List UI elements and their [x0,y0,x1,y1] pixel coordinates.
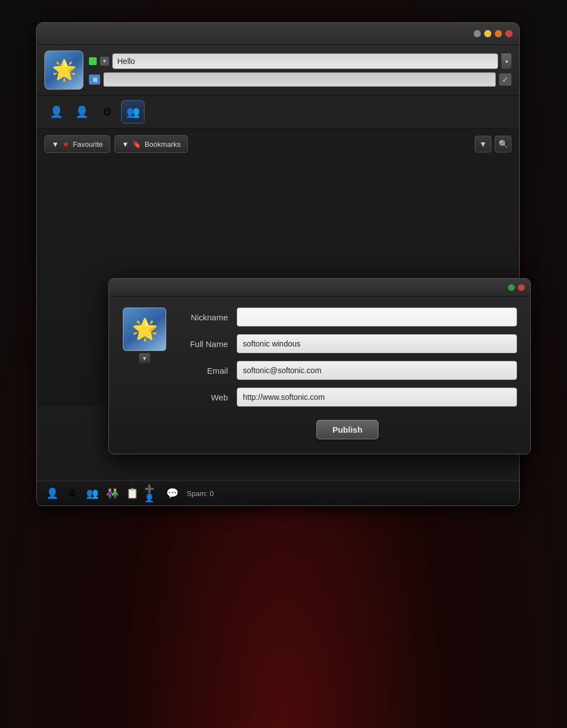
status-field-row: ▼ Hello ▾ [89,53,511,69]
bookmarks-filter-button[interactable]: ▼ 🔖 Bookmarks [115,135,188,153]
person-button[interactable]: 👤 [44,100,68,123]
person-group-button[interactable]: 👤 [70,100,93,123]
status-message-row: 🖥 ✓ [89,72,511,87]
fullname-row: Full Name softonic windous [178,334,517,353]
name-dropdown-arrow[interactable]: ▾ [501,53,511,69]
chevron-down-icon: ▼ [52,140,59,148]
user-taskbar-button[interactable]: 👤 [44,486,60,501]
settings-taskbar-icon: ⚙ [68,487,77,499]
user-avatar: 🌟 [44,51,83,90]
profile-dialog: 🌟 ▼ Nickname Full Name softonic windous [108,278,531,454]
settings-taskbar-button[interactable]: ⚙ [64,486,80,501]
filter-right: ▼ 🔍 [475,136,511,152]
user-taskbar-icon: 👤 [46,487,58,499]
toolbar: 👤 👤 ⚙ 👥 [37,96,519,128]
friends-taskbar-icon: 👫 [106,487,118,499]
bookmark-icon: 🔖 [132,140,141,148]
close-button[interactable] [505,30,513,37]
filter-dropdown-button[interactable]: ▼ [475,136,491,152]
dialog-title-bar [109,279,530,296]
profile-form: Nickname Full Name softonic windous Emai… [178,308,517,443]
web-label: Web [178,393,228,402]
favourite-filter-button[interactable]: ▼ ★ Favourite [44,135,110,153]
minimize-button[interactable] [474,30,481,37]
nickname-label: Nickname [178,313,228,322]
status-message-field[interactable] [103,72,496,87]
web-row: Web http://www.softonic.com [178,388,517,407]
email-row: Email softonic@softonic.com [178,361,517,380]
taskbar: 👤 ⚙ 👥 👫 📋 ➕👤 💬 Spam: 0 [37,481,519,506]
spam-counter: Spam: 0 [187,489,213,498]
title-bar [37,23,519,45]
top-section: 🌟 ▼ Hello ▾ 🖥 ✓ [37,45,519,96]
star-icon: ★ [62,140,69,148]
chevron-down-icon-2: ▼ [122,140,129,148]
nickname-row: Nickname [178,308,517,326]
email-label: Email [178,366,228,375]
fullname-label: Full Name [178,339,228,349]
web-input[interactable]: http://www.softonic.com [237,388,517,407]
dialog-close-button[interactable] [518,284,525,291]
check-icon[interactable]: ✓ [499,73,511,86]
dialog-avatar-section: 🌟 ▼ [122,308,167,363]
filter-left: ▼ ★ Favourite ▼ 🔖 Bookmarks [44,135,188,153]
contacts-icon: 👥 [126,105,140,118]
maximise-button[interactable] [484,30,491,37]
dialog-min-button[interactable] [508,284,515,291]
publish-row: Publish [178,414,517,443]
dropdown-icon: ▼ [479,140,487,148]
search-icon: 🔍 [499,140,508,148]
filter-row: ▼ ★ Favourite ▼ 🔖 Bookmarks ▼ 🔍 [44,135,511,153]
add-user-taskbar-button[interactable]: ➕👤 [145,486,160,501]
email-input[interactable]: softonic@softonic.com [237,361,517,380]
settings-button[interactable]: ⚙ [96,100,119,123]
restore-button[interactable] [495,30,502,37]
files-taskbar-button[interactable]: 📋 [125,486,140,501]
person-group-icon: 👤 [75,105,89,118]
dialog-avatar-icon: 🌟 [132,317,158,341]
add-user-taskbar-icon: ➕👤 [145,484,160,502]
dialog-content: 🌟 ▼ Nickname Full Name softonic windous [109,296,530,454]
computer-icon: 🖥 [89,75,100,85]
search-button[interactable]: 🔍 [495,136,511,152]
dialog-avatar-image: 🌟 [123,308,166,351]
friends-taskbar-button[interactable]: 👫 [105,486,120,501]
dialog-avatar-dropdown[interactable]: ▼ [139,353,150,363]
group-taskbar-button[interactable]: 👥 [84,486,100,501]
message-taskbar-button[interactable]: 💬 [165,486,180,501]
publish-button[interactable]: Publish [316,420,379,439]
person-icon: 👤 [49,105,63,118]
message-taskbar-icon: 💬 [166,487,178,499]
nickname-input[interactable] [237,308,517,326]
status-dropdown[interactable]: ▼ [100,57,109,66]
files-taskbar-icon: 📋 [126,487,138,499]
avatar-icon: 🌟 [52,58,77,82]
contacts-button[interactable]: 👥 [121,100,145,123]
status-indicator [89,57,97,65]
fields-area: ▼ Hello ▾ 🖥 ✓ [89,53,511,87]
name-field[interactable]: Hello [112,53,498,69]
fullname-input[interactable]: softonic windous [237,334,517,353]
group-taskbar-icon: 👥 [86,487,98,499]
gear-icon: ⚙ [102,105,112,118]
